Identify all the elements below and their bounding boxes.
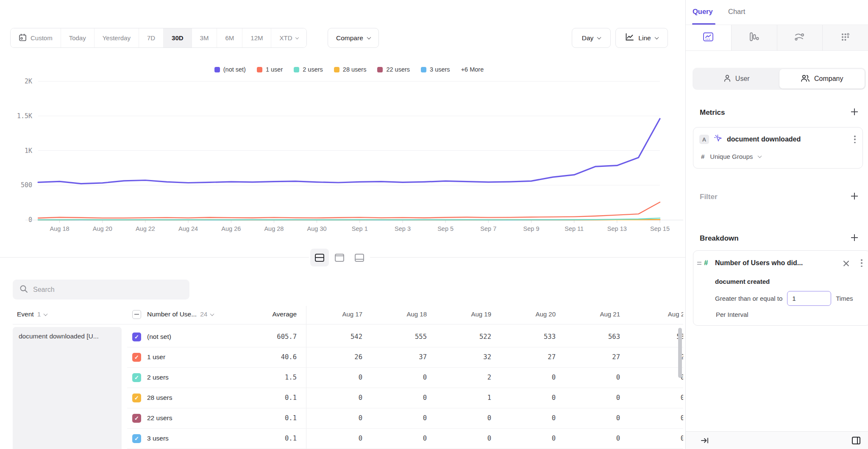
- cell-value: 32: [427, 353, 491, 361]
- series-label: 2 users: [147, 374, 169, 381]
- select-all-checkbox[interactable]: [132, 310, 141, 319]
- svg-text:Sep 7: Sep 7: [480, 225, 496, 232]
- tab-query[interactable]: Query: [693, 8, 713, 16]
- svg-text:Sep 11: Sep 11: [565, 225, 584, 232]
- table-row: ✓22 users0.1000000: [0, 408, 685, 429]
- series-label: 3 users: [147, 435, 169, 442]
- cell-value: 555: [362, 333, 427, 341]
- entity-company-option[interactable]: Company: [779, 69, 865, 89]
- add-filter-icon[interactable]: [851, 193, 858, 200]
- close-icon[interactable]: [843, 260, 849, 266]
- cell-value: 0: [491, 435, 556, 442]
- cell-value: 522: [427, 333, 491, 341]
- company-icon: [801, 74, 810, 84]
- svg-text:Aug 26: Aug 26: [221, 225, 241, 232]
- event-count: 1: [37, 310, 41, 318]
- cell-value: 53: [620, 333, 683, 341]
- chart-kind-line-button[interactable]: [686, 25, 731, 50]
- cell-value: 0: [362, 394, 427, 402]
- series-column-header[interactable]: Number of Use... 24: [147, 310, 214, 318]
- entity-user-option[interactable]: User: [694, 69, 779, 89]
- svg-text:Sep 3: Sep 3: [395, 225, 411, 232]
- drag-handle-icon[interactable]: [697, 262, 701, 266]
- svg-text:2K: 2K: [25, 78, 32, 85]
- series-count: 24: [200, 310, 207, 318]
- user-icon: [723, 74, 731, 84]
- number-type-icon: #: [701, 153, 704, 160]
- series-checkbox[interactable]: ✓: [132, 353, 141, 362]
- date-column-header: Aug 19: [427, 310, 491, 318]
- breakdown-card: # Number of Users who did... document cr…: [693, 250, 868, 326]
- svg-text:Sep 15: Sep 15: [650, 225, 670, 232]
- metrics-heading: Metrics: [700, 108, 725, 117]
- metric-event-name: document downloaded: [727, 136, 801, 143]
- breakdown-condition-label: Greater than or equal to: [715, 295, 782, 302]
- cell-value: 0: [620, 394, 683, 402]
- panel-footer: [686, 431, 868, 449]
- cell-value: 0: [427, 435, 491, 442]
- breakdown-unit-label: Times: [836, 295, 853, 302]
- series-average: 605.7: [237, 333, 297, 341]
- series-values: 000000: [298, 435, 683, 442]
- cell-value: 27: [556, 353, 620, 361]
- table-scrollbar[interactable]: [678, 328, 682, 378]
- series-checkbox[interactable]: ✓: [132, 333, 141, 341]
- date-column-header: Aug 21: [556, 310, 620, 318]
- date-column-header: Aug 2: [620, 310, 683, 318]
- table-row: ✓28 users0.1001000: [0, 388, 685, 408]
- average-column-header: Average: [237, 310, 297, 318]
- event-column-header[interactable]: Event 1: [17, 310, 47, 318]
- cell-value: 0: [620, 374, 683, 381]
- series-checkbox[interactable]: ✓: [132, 373, 141, 382]
- search-box: [13, 280, 189, 299]
- series-values: 26373227272: [298, 353, 683, 361]
- chart-kind-selector: [686, 25, 868, 51]
- date-column-header: Aug 17: [298, 310, 362, 318]
- split-panel-icon[interactable]: [851, 435, 861, 447]
- chart-kind-grid-button[interactable]: [822, 25, 868, 50]
- breakdown-event-name[interactable]: document created: [715, 278, 770, 285]
- svg-text:Sep 5: Sep 5: [437, 225, 453, 232]
- collapse-panel-icon[interactable]: [700, 436, 709, 447]
- breakdown-menu-icon[interactable]: [861, 259, 862, 267]
- layout-chart-button[interactable]: [330, 249, 349, 266]
- tab-chart[interactable]: Chart: [728, 8, 745, 16]
- split-view-icon: [315, 254, 324, 262]
- series-average: 1.5: [237, 374, 297, 381]
- metric-measure-label: Unique Groups: [710, 153, 753, 160]
- breakdown-value-input[interactable]: [787, 291, 831, 306]
- bar-chart-icon: [749, 32, 760, 44]
- svg-text:Aug 28: Aug 28: [264, 225, 284, 232]
- date-column-header: Aug 18: [362, 310, 427, 318]
- table-body: ✓(not set)605.754255552253356353✓1 user4…: [0, 327, 685, 449]
- line-chart[interactable]: 05001K1.5K2KAug 18Aug 20Aug 22Aug 24Aug …: [0, 0, 685, 263]
- chart-kind-flow-button[interactable]: [777, 25, 823, 50]
- chevron-down-icon: [758, 154, 762, 158]
- search-input[interactable]: [33, 286, 183, 294]
- add-breakdown-icon[interactable]: [851, 234, 858, 241]
- cell-value: 1: [427, 394, 491, 402]
- series-checkbox[interactable]: ✓: [132, 434, 141, 443]
- layout-split-button[interactable]: [310, 249, 329, 266]
- svg-text:Aug 22: Aug 22: [136, 225, 155, 232]
- cell-value: 0: [298, 374, 362, 381]
- cell-value: 2: [620, 353, 683, 361]
- svg-text:Sep 9: Sep 9: [523, 225, 540, 232]
- chevron-down-icon: [210, 312, 214, 316]
- metric-measure-dropdown[interactable]: # Unique Groups: [701, 153, 761, 160]
- table-row: ✓(not set)605.754255552253356353: [0, 327, 685, 347]
- breakdown-title: Number of Users who did...: [715, 259, 803, 267]
- add-metric-icon[interactable]: [851, 108, 858, 115]
- series-checkbox[interactable]: ✓: [132, 414, 141, 423]
- series-values: 54255552253356353: [298, 333, 683, 341]
- metric-menu-icon[interactable]: [854, 136, 856, 143]
- chart-kind-bar-button[interactable]: [731, 25, 777, 50]
- series-checkbox[interactable]: ✓: [132, 394, 141, 402]
- svg-text:Sep 1: Sep 1: [352, 225, 368, 232]
- breakdown-per-interval-label[interactable]: Per Interval: [716, 311, 748, 318]
- table-row: ✓2 users1.5002000: [0, 368, 685, 388]
- flow-chart-icon: [794, 32, 805, 43]
- layout-table-button[interactable]: [350, 249, 369, 266]
- metric-card[interactable]: A document downloaded # Unique Groups: [693, 127, 863, 169]
- cell-value: 0: [556, 435, 620, 442]
